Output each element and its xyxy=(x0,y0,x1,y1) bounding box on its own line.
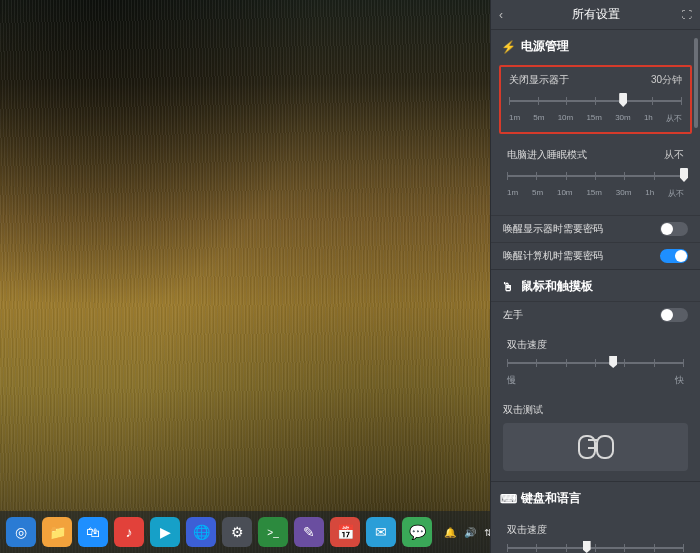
dock-item-settings[interactable]: ⚙ xyxy=(222,517,252,547)
panel-title: 所有设置 xyxy=(572,6,620,23)
section-keyboard: ⌨ 键盘和语言 xyxy=(491,481,700,513)
display-off-group: 关闭显示器于 30分钟 1m 5m 10m 15m 30m 1h 从不 xyxy=(499,65,692,134)
mouse-icon: 🖱 xyxy=(501,280,515,294)
kbd-speed-label: 双击速度 xyxy=(507,523,547,537)
dock-item-files[interactable]: 📁 xyxy=(42,517,72,547)
dock: ◎ 📁 🛍 ♪ ▶ 🌐 ⚙ >_ ✎ 📅 ✉ 💬 🔔 🔊 ⇅ 08:17 xyxy=(0,511,490,553)
dbl-speed-label: 双击速度 xyxy=(507,338,547,352)
left-hand-row: 左手 xyxy=(491,301,700,328)
dock-item-chat[interactable]: 💬 xyxy=(402,517,432,547)
section-title: 键盘和语言 xyxy=(521,490,581,507)
panel-header: ‹ 所有设置 ⛶ xyxy=(491,0,700,30)
wake-display-password-toggle[interactable] xyxy=(660,222,688,236)
display-off-ticks: 1m 5m 10m 15m 30m 1h 从不 xyxy=(509,113,682,124)
expand-icon[interactable]: ⛶ xyxy=(682,9,692,20)
keyboard-speed-slider[interactable] xyxy=(507,541,684,553)
wake-display-password-row: 唤醒显示器时需要密码 xyxy=(491,215,700,242)
gamepad-icon xyxy=(578,435,614,459)
left-hand-toggle[interactable] xyxy=(660,308,688,322)
power-icon: ⚡ xyxy=(501,40,515,54)
double-click-test: 双击测试 xyxy=(503,403,688,471)
wake-computer-password-toggle[interactable] xyxy=(660,249,688,263)
dbl-test-label: 双击测试 xyxy=(503,403,688,417)
scrollbar-thumb[interactable] xyxy=(694,38,698,128)
double-click-speed-slider[interactable] xyxy=(507,356,684,370)
display-off-label: 关闭显示器于 xyxy=(509,73,569,87)
desktop-wallpaper xyxy=(0,0,490,553)
slider-min: 慢 xyxy=(507,374,516,387)
sleep-slider[interactable] xyxy=(507,166,684,186)
back-icon[interactable]: ‹ xyxy=(499,8,503,22)
section-mouse: 🖱 鼠标和触摸板 xyxy=(491,269,700,301)
section-title: 鼠标和触摸板 xyxy=(521,278,593,295)
sleep-ticks: 1m 5m 10m 15m 30m 1h 从不 xyxy=(507,188,684,199)
slider-max: 快 xyxy=(675,374,684,387)
section-title: 电源管理 xyxy=(521,38,569,55)
sleep-label: 电脑进入睡眠模式 xyxy=(507,148,587,162)
section-power: ⚡ 电源管理 xyxy=(491,30,700,61)
toggle-label: 唤醒显示器时需要密码 xyxy=(503,222,603,236)
dock-item-calendar[interactable]: 📅 xyxy=(330,517,360,547)
keyboard-icon: ⌨ xyxy=(501,492,515,506)
dock-item-editor[interactable]: ✎ xyxy=(294,517,324,547)
keyboard-speed-group: 双击速度 慢 快 xyxy=(499,517,692,553)
tray-sound-icon[interactable]: 🔊 xyxy=(464,527,476,538)
double-click-speed-group: 双击速度 慢 快 xyxy=(499,332,692,395)
dock-item-video[interactable]: ▶ xyxy=(150,517,180,547)
dock-item-browser[interactable]: 🌐 xyxy=(186,517,216,547)
panel-scrollbar[interactable] xyxy=(694,34,698,549)
tray-notification-icon[interactable]: 🔔 xyxy=(444,527,456,538)
toggle-label: 唤醒计算机时需要密码 xyxy=(503,249,603,263)
dock-item-mail[interactable]: ✉ xyxy=(366,517,396,547)
toggle-label: 左手 xyxy=(503,308,523,322)
wake-computer-password-row: 唤醒计算机时需要密码 xyxy=(491,242,700,269)
sleep-group: 电脑进入睡眠模式 从不 1m 5m 10m 15m 30m 1h 从不 xyxy=(499,142,692,207)
dock-item-terminal[interactable]: >_ xyxy=(258,517,288,547)
dock-item-launcher[interactable]: ◎ xyxy=(6,517,36,547)
display-off-slider[interactable] xyxy=(509,91,682,111)
dock-item-store[interactable]: 🛍 xyxy=(78,517,108,547)
panel-body: ⚡ 电源管理 关闭显示器于 30分钟 1m 5m 10m 15m 30m 1h … xyxy=(491,30,700,553)
settings-panel: ‹ 所有设置 ⛶ ⚡ 电源管理 关闭显示器于 30分钟 1m 5m 10m 15… xyxy=(490,0,700,553)
display-off-value: 30分钟 xyxy=(651,73,682,87)
double-click-test-pad[interactable] xyxy=(503,423,688,471)
dock-item-music[interactable]: ♪ xyxy=(114,517,144,547)
sleep-value: 从不 xyxy=(664,148,684,162)
